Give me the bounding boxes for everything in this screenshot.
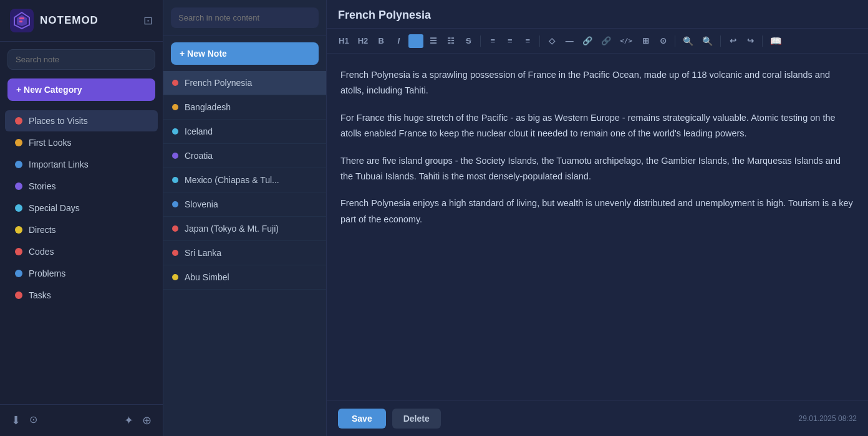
theme-icon[interactable]: ✦: [124, 414, 133, 427]
note-item-croatia[interactable]: Croatia: [163, 144, 326, 168]
logo-area: NOTEMOD: [10, 9, 99, 32]
toolbar-sep-1: [480, 36, 481, 47]
note-dot: [172, 80, 178, 86]
new-category-button[interactable]: + New Category: [7, 78, 155, 101]
notes-search-area: [163, 0, 326, 36]
toolbar-zoom-out[interactable]: 🔍: [680, 34, 697, 48]
note-item-mexico[interactable]: Mexico (Chiapas & Tul...: [163, 168, 326, 192]
toolbar-code-inline[interactable]: </>: [617, 35, 635, 47]
sidebar: NOTEMOD ⊡ + New Category Places to Visit…: [0, 0, 163, 436]
category-list: Places to VisitsFirst LooksImportant Lin…: [0, 107, 163, 404]
category-dot: [15, 248, 22, 255]
editor-footer: Save Delete 29.01.2025 08:32: [327, 400, 868, 436]
toolbar-reader[interactable]: 📖: [767, 34, 785, 48]
toolbar-align-left[interactable]: ≡: [485, 34, 500, 47]
save-button[interactable]: Save: [338, 409, 386, 429]
toolbar-bullet-list[interactable]: ☰: [426, 34, 441, 47]
sidebar-item-important-links[interactable]: Important Links: [5, 154, 158, 175]
delete-button[interactable]: Delete: [392, 409, 441, 429]
toolbar-strikethrough[interactable]: S: [461, 34, 476, 47]
editor-paragraph: French Polynesia is a sprawling possessi…: [340, 67, 854, 99]
note-dot: [172, 128, 178, 135]
note-item-slovenia[interactable]: Slovenia: [163, 192, 326, 217]
note-label: Iceland: [185, 126, 213, 136]
editor-paragraph: French Polynesia enjoys a high standard …: [340, 196, 854, 227]
note-dot: [172, 225, 178, 232]
note-dot: [172, 153, 178, 159]
notes-panel: + New Note French PolynesiaBangladeshIce…: [163, 0, 327, 436]
toolbar-align-right[interactable]: ≡: [520, 34, 535, 47]
sidebar-item-places[interactable]: Places to Visits: [5, 110, 158, 131]
toolbar-redo[interactable]: ↪: [743, 34, 758, 47]
note-label: Abu Simbel: [185, 272, 229, 282]
app-name: NOTEMOD: [40, 14, 99, 27]
category-dot: [15, 182, 22, 190]
toolbar-highlight[interactable]: [408, 34, 423, 48]
editor-title-bar: French Polynesia: [327, 0, 868, 29]
editor-paragraph: For France this huge stretch of the Paci…: [340, 110, 854, 142]
note-label: Slovenia: [185, 199, 218, 209]
toolbar-sep-5: [762, 36, 763, 47]
toolbar-ordered-list[interactable]: ☷: [443, 34, 458, 47]
toolbar-undo[interactable]: ↩: [725, 34, 740, 47]
note-item-abu-simbel[interactable]: Abu Simbel: [163, 265, 326, 290]
note-label: Sri Lanka: [185, 248, 221, 258]
note-item-french-polynesia[interactable]: French Polynesia: [163, 71, 326, 95]
note-list: French PolynesiaBangladeshIcelandCroatia…: [163, 71, 326, 436]
note-dot: [172, 177, 178, 183]
sidebar-item-tasks[interactable]: Tasks: [5, 285, 158, 306]
toolbar-zoom-in[interactable]: 🔍: [699, 34, 716, 48]
note-item-bangladesh[interactable]: Bangladesh: [163, 95, 326, 120]
toolbar-italic[interactable]: I: [391, 34, 406, 47]
category-dot: [15, 270, 22, 277]
collapse-icon[interactable]: ⊡: [143, 14, 153, 27]
note-dot: [172, 250, 178, 256]
toolbar-h1[interactable]: H1: [335, 34, 352, 47]
toolbar-bold[interactable]: B: [374, 34, 388, 47]
note-label: French Polynesia: [185, 78, 252, 88]
toolbar-eraser[interactable]: ◇: [544, 34, 559, 47]
footer-left-icons: ⬇ ⊙: [11, 414, 37, 427]
note-dot: [172, 104, 178, 110]
new-note-button[interactable]: + New Note: [171, 42, 319, 65]
toolbar-h2[interactable]: H2: [355, 34, 372, 47]
editor-paragraph: There are five island groups - the Socie…: [340, 153, 854, 185]
toolbar-table[interactable]: ⊞: [638, 34, 653, 47]
note-dot: [172, 274, 178, 280]
sidebar-item-special-days[interactable]: Special Days: [5, 197, 158, 219]
category-dot: [15, 291, 22, 299]
note-item-japan[interactable]: Japan (Tokyo & Mt. Fuji): [163, 217, 326, 241]
toolbar-sep-2: [539, 36, 540, 47]
sidebar-item-first-looks[interactable]: First Looks: [5, 132, 158, 153]
toolbar-link[interactable]: 🔗: [579, 34, 596, 47]
sidebar-item-directs[interactable]: Directs: [5, 219, 158, 240]
category-label: Problems: [29, 268, 65, 278]
notes-search-input[interactable]: [171, 7, 319, 28]
toolbar-sep-4: [720, 36, 721, 47]
category-dot: [15, 204, 22, 212]
sidebar-item-stories[interactable]: Stories: [5, 176, 158, 197]
note-item-iceland[interactable]: Iceland: [163, 120, 326, 144]
editor-content[interactable]: French Polynesia is a sprawling possessi…: [327, 54, 868, 400]
toolbar-align-center[interactable]: ≡: [503, 34, 518, 47]
import-icon[interactable]: ⬇: [11, 414, 21, 427]
globe-icon[interactable]: ⊕: [142, 414, 152, 427]
category-label: Places to Visits: [29, 116, 88, 126]
note-item-sri-lanka[interactable]: Sri Lanka: [163, 241, 326, 265]
toolbar-hr[interactable]: —: [562, 34, 577, 47]
sidebar-item-codes[interactable]: Codes: [5, 241, 158, 262]
note-label: Croatia: [185, 151, 213, 161]
category-dot: [15, 139, 22, 146]
note-label: Bangladesh: [185, 102, 231, 112]
logo-icon: [10, 9, 34, 32]
sidebar-item-problems[interactable]: Problems: [5, 263, 158, 284]
note-label: Japan (Tokyo & Mt. Fuji): [185, 224, 279, 234]
timestamp: 29.01.2025 08:32: [799, 414, 857, 423]
toolbar-image[interactable]: ⊙: [655, 34, 670, 47]
editor-title: French Polynesia: [338, 9, 431, 21]
toolbar-unlink[interactable]: 🔗: [598, 34, 614, 47]
category-dot: [15, 161, 22, 168]
category-label: First Looks: [29, 138, 71, 148]
save-icon[interactable]: ⊙: [29, 414, 37, 427]
search-input[interactable]: [7, 49, 155, 70]
